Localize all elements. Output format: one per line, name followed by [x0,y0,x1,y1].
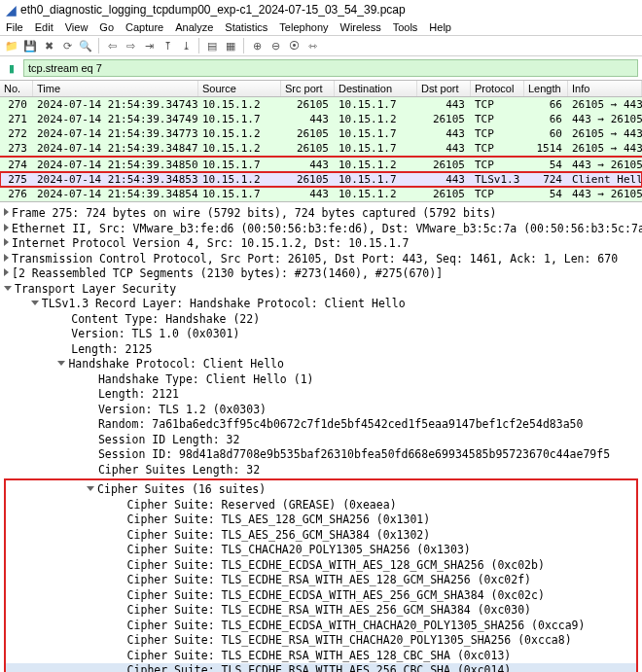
detail-line[interactable]: Internet Protocol Version 4, Src: 10.15.… [4,236,638,252]
jump-icon[interactable]: ⇥ [141,38,157,53]
bookmark-icon[interactable]: ▮ [4,60,19,76]
detail-line[interactable]: Cipher Suite: TLS_AES_256_GCM_SHA384 (0x… [6,528,636,544]
titlebar: ◢ eth0_diagnostic_logging_tcpdump00_exp-… [0,0,642,19]
detail-line[interactable]: Cipher Suite: TLS_ECDHE_RSA_WITH_AES_128… [6,573,636,588]
detail-line[interactable]: Length: 2121 [4,387,638,403]
back-icon[interactable]: ⇦ [104,38,120,53]
expand-down-icon[interactable] [31,297,42,310]
detail-line[interactable]: Version: TLS 1.2 (0x0303) [4,403,638,418]
detail-line[interactable]: Cipher Suite: TLS_ECDHE_RSA_WITH_AES_128… [6,649,636,664]
menu-statistics[interactable]: Statistics [225,21,268,33]
zoomin-icon[interactable]: ⊕ [249,38,265,53]
detail-line[interactable]: Transmission Control Protocol, Src Port:… [4,252,638,267]
packet-row[interactable]: 2722024-07-14 21:54:39.34773610.15.1.226… [0,126,642,141]
col-time[interactable]: Time [33,81,198,96]
menu-view[interactable]: View [65,21,89,33]
expand-right-icon[interactable] [4,206,12,220]
find-icon[interactable]: 🔍 [78,38,93,53]
detail-line[interactable]: Version: TLS 1.0 (0x0301) [4,327,638,342]
detail-line[interactable]: Handshake Protocol: Client Hello [4,357,638,372]
expand-right-icon[interactable] [4,252,12,265]
menu-go[interactable]: Go [99,21,114,33]
menu-help[interactable]: Help [429,21,451,33]
display-filter-input[interactable] [23,59,638,77]
folder-icon[interactable]: 📁 [4,38,19,53]
col-protocol[interactable]: Protocol [471,81,524,96]
wireshark-icon: ◢ [6,2,17,18]
menubar: FileEditViewGoCaptureAnalyzeStatisticsTe… [0,19,642,35]
detail-line[interactable]: Cipher Suite: Reserved (GREASE) (0xeaea) [6,498,636,513]
col-no[interactable]: No. [0,81,33,96]
packet-list[interactable]: No.TimeSourceSrc portDestinationDst port… [0,80,642,201]
expand-down-icon[interactable] [87,482,97,496]
detail-line[interactable]: Cipher Suite: TLS_ECDHE_ECDSA_WITH_CHACH… [6,619,636,634]
detail-line[interactable]: Session ID: 98d41a8d7708e9b535baf26310bf… [4,447,638,463]
detail-line[interactable]: Frame 275: 724 bytes on wire (5792 bits)… [4,206,638,222]
packet-details[interactable]: Frame 275: 724 bytes on wire (5792 bits)… [0,201,642,672]
col-source[interactable]: Source [198,81,281,96]
menu-telephony[interactable]: Telephony [279,21,328,33]
first-icon[interactable]: ⤒ [160,38,175,53]
fwd-icon[interactable]: ⇨ [123,38,138,53]
detail-line[interactable]: Cipher Suite: TLS_ECDHE_ECDSA_WITH_AES_2… [6,588,636,604]
detail-line[interactable]: Transport Layer Security [4,282,638,298]
col-destination[interactable]: Destination [335,81,417,96]
detail-line[interactable]: TLSv1.3 Record Layer: Handshake Protocol… [4,297,638,312]
packet-row[interactable]: 2732024-07-14 21:54:39.34847110.15.1.226… [0,141,642,156]
menu-analyze[interactable]: Analyze [175,21,213,33]
toolbar: 📁 💾 ✖ ⟳ 🔍 ⇦ ⇨ ⇥ ⤒ ⤓ ▤ ▦ ⊕ ⊖ ⦿ ⇿ [0,35,642,56]
packet-row[interactable]: 2712024-07-14 21:54:39.34749610.15.1.744… [0,112,642,126]
packet-row[interactable]: 2702024-07-14 21:54:39.34743010.15.1.226… [0,97,642,112]
filterbar: ▮ [0,56,642,80]
detail-line[interactable]: Cipher Suite: TLS_AES_128_GCM_SHA256 (0x… [6,513,636,528]
col-dstport[interactable]: Dst port [417,81,471,96]
detail-line[interactable]: Cipher Suites (16 suites) [6,482,636,498]
detail-line[interactable]: Cipher Suite: TLS_CHACHA20_POLY1305_SHA2… [6,543,636,558]
expand-down-icon[interactable] [4,282,15,296]
menu-capture[interactable]: Capture [125,21,163,33]
detail-line[interactable]: Random: 7a61ba6edc3ff95c4b0672c7f1de5bf4… [4,417,638,433]
zoom1-icon[interactable]: ⦿ [286,38,302,53]
menu-edit[interactable]: Edit [35,21,54,33]
last-icon[interactable]: ⤓ [178,38,194,53]
menu-wireless[interactable]: Wireless [340,21,381,33]
colorize-icon[interactable]: ▦ [223,38,238,53]
col-length[interactable]: Length [524,81,568,96]
save-icon[interactable]: 💾 [22,38,38,53]
col-srcport[interactable]: Src port [281,81,335,96]
detail-line[interactable]: Cipher Suite: TLS_ECDHE_ECDSA_WITH_AES_1… [6,558,636,574]
expand-down-icon[interactable] [57,357,68,371]
packet-list-header: No.TimeSourceSrc portDestinationDst port… [0,81,642,97]
col-info[interactable]: Info [568,81,642,96]
packet-row[interactable]: 2752024-07-14 21:54:39.34853310.15.1.226… [0,172,642,187]
menu-tools[interactable]: Tools [393,21,418,33]
expand-right-icon[interactable] [4,222,12,235]
resize-icon[interactable]: ⇿ [304,38,320,53]
detail-line[interactable]: Ethernet II, Src: VMware_b3:fe:d6 (00:50… [4,222,638,237]
autoscroll-icon[interactable]: ▤ [204,38,220,53]
detail-line[interactable]: Cipher Suites Length: 32 [4,463,638,478]
expand-right-icon[interactable] [4,236,12,250]
detail-line[interactable]: Cipher Suite: TLS_ECDHE_RSA_WITH_AES_256… [6,603,636,619]
cipher-suites-box: Cipher Suites (16 suites) Cipher Suite: … [4,478,638,672]
detail-line[interactable]: Length: 2125 [4,342,638,358]
detail-line[interactable]: Content Type: Handshake (22) [4,312,638,328]
packet-row[interactable]: 2762024-07-14 21:54:39.34854410.15.1.744… [0,187,642,201]
detail-line[interactable]: Session ID Length: 32 [4,433,638,448]
packet-row[interactable]: 2742024-07-14 21:54:39.34850810.15.1.744… [0,156,642,172]
reload-icon[interactable]: ⟳ [59,38,75,53]
detail-line[interactable]: Handshake Type: Client Hello (1) [4,372,638,388]
expand-right-icon[interactable] [4,266,12,280]
window-title: eth0_diagnostic_logging_tcpdump00_exp-c1… [20,3,406,17]
detail-line[interactable]: Cipher Suite: TLS_ECDHE_RSA_WITH_AES_256… [6,663,636,672]
menu-file[interactable]: File [6,21,23,33]
zoomout-icon[interactable]: ⊖ [268,38,283,53]
detail-line[interactable]: [2 Reassembled TCP Segments (2130 bytes)… [4,266,638,282]
detail-line[interactable]: Cipher Suite: TLS_ECDHE_RSA_WITH_CHACHA2… [6,633,636,649]
close-icon[interactable]: ✖ [41,38,56,53]
